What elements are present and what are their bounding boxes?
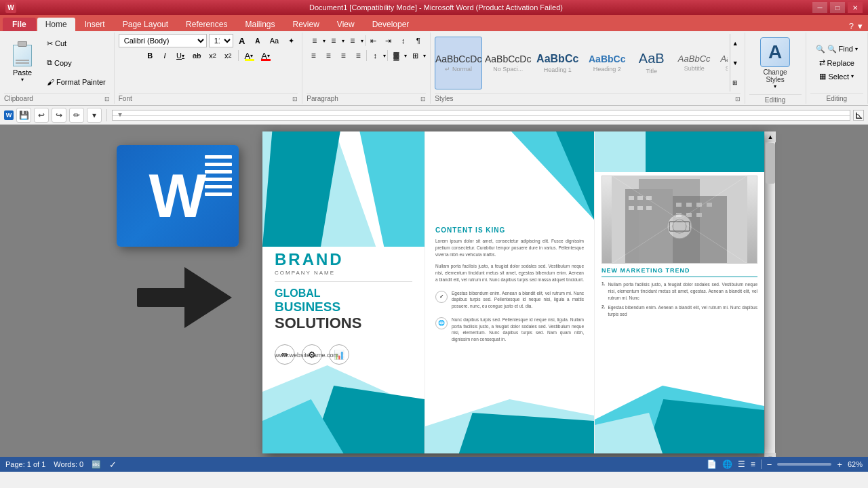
font-size-select[interactable]: 11 <box>209 34 233 47</box>
redo-quick-button[interactable]: ↪ <box>52 108 66 123</box>
underline-button[interactable]: U▾ <box>173 49 188 62</box>
show-formatting-button[interactable]: ¶ <box>412 34 425 47</box>
copy-button[interactable]: ⧉ Copy <box>44 58 108 68</box>
line-spacing-dropdown[interactable]: ▾ <box>383 53 386 59</box>
style-no-spacing[interactable]: AaBbCcDc No Spaci... <box>484 37 532 89</box>
tab-page-layout[interactable]: Page Layout <box>115 18 176 31</box>
multilevel-dropdown[interactable]: ▾ <box>361 38 363 44</box>
change-styles-button[interactable]: A ChangeStyles ▾ <box>757 34 793 93</box>
font-color-button[interactable]: A ▾ <box>258 49 273 62</box>
view-web-icon[interactable]: 🌐 <box>722 460 732 469</box>
style-subtle-em[interactable]: AaBbCcDc Subtle Em... <box>718 37 728 89</box>
tab-review[interactable]: Review <box>284 18 327 31</box>
find-button[interactable]: 🔍 🔍 Find ▾ <box>813 43 861 55</box>
undo-quick-button[interactable]: ↩ <box>34 108 49 123</box>
decrease-indent-button[interactable]: ⇤ <box>367 34 380 47</box>
save-quick-button[interactable]: 💾 <box>16 108 31 123</box>
italic-button[interactable]: I <box>158 49 172 62</box>
font-grow-button[interactable]: A <box>235 34 249 47</box>
ruler-corner[interactable]: ⊾ <box>853 110 864 121</box>
clipboard-dialog-launcher[interactable]: ⊡ <box>104 96 110 102</box>
tab-developer[interactable]: Developer <box>364 18 418 31</box>
change-case-button[interactable]: Aa <box>267 34 282 47</box>
word-W-logo: W <box>149 161 207 231</box>
maximize-button[interactable]: □ <box>830 2 845 13</box>
svg-rect-4 <box>629 196 634 200</box>
shading-dropdown[interactable]: ▾ <box>404 53 407 59</box>
view-draft-icon[interactable]: ≡ <box>751 460 755 469</box>
borders-button[interactable]: ⊞ <box>408 49 422 62</box>
clear-formatting-button[interactable]: ✦ <box>284 34 298 47</box>
underline-dropdown[interactable]: ▾ <box>182 53 184 59</box>
subscript-button[interactable]: x2 <box>205 49 220 62</box>
paste-dropdown-icon[interactable]: ▾ <box>21 77 24 83</box>
format-painter-button[interactable]: 🖌 Format Painter <box>44 77 108 87</box>
numbering-button[interactable]: ≡ <box>327 34 340 47</box>
style-subtle-em-preview: AaBbCcDc <box>720 54 727 64</box>
bullets-dropdown[interactable]: ▾ <box>323 38 326 44</box>
scrollbar-down-icon[interactable]: ▼ <box>765 453 776 457</box>
style-heading1[interactable]: AaBbCc Heading 1 <box>534 37 581 89</box>
align-center-button[interactable]: ≡ <box>321 49 335 62</box>
zoom-level[interactable]: 62% <box>848 460 863 468</box>
numbering-dropdown[interactable]: ▾ <box>342 38 344 44</box>
font-dialog-launcher[interactable]: ⊡ <box>292 96 298 102</box>
sort-button[interactable]: ↕ <box>397 34 410 47</box>
minimize-ribbon-icon[interactable]: ▾ <box>858 21 863 31</box>
draw-quick-button[interactable]: ✏ <box>69 108 84 123</box>
highlight-dropdown-icon[interactable]: ▾ <box>250 53 253 59</box>
font-shrink-button[interactable]: A <box>251 34 264 47</box>
tab-insert[interactable]: Insert <box>77 18 113 31</box>
text-highlight-button[interactable]: A ▾ <box>241 49 257 62</box>
toolbar-dropdown-button[interactable]: ▾ <box>87 108 102 123</box>
font-color-dropdown-icon[interactable]: ▾ <box>267 53 270 59</box>
close-button[interactable]: ✕ <box>848 2 863 13</box>
styles-dialog-launcher[interactable]: ⊡ <box>735 96 741 102</box>
bold-button[interactable]: B <box>143 49 157 62</box>
tab-file[interactable]: File <box>3 18 36 31</box>
zoom-slider[interactable] <box>777 463 831 466</box>
style-heading2[interactable]: AaBbCc Heading 2 <box>583 37 631 89</box>
bullets-button[interactable]: ≡ <box>308 34 321 47</box>
replace-button[interactable]: ⇄ Replace <box>816 57 857 68</box>
styles-scroll-up-icon[interactable]: ▲ <box>732 40 738 47</box>
styles-more-icon[interactable]: ⊞ <box>732 79 738 86</box>
content-item1: ✓ Egestas bibendum enim. Aenean a blandi… <box>435 290 584 310</box>
minimize-button[interactable]: ─ <box>812 2 827 13</box>
tab-view[interactable]: View <box>329 18 363 31</box>
superscript-button[interactable]: x2 <box>221 49 235 62</box>
shading-button[interactable]: ▓ <box>389 49 403 62</box>
tab-home[interactable]: Home <box>37 18 75 31</box>
multilevel-button[interactable]: ≡ <box>346 34 359 47</box>
zoom-out-icon[interactable]: − <box>767 460 772 470</box>
align-right-button[interactable]: ≡ <box>336 49 350 62</box>
paste-button[interactable]: Paste ▾ <box>4 34 41 92</box>
font-family-select[interactable]: Calibri (Body) <box>119 34 207 47</box>
increase-indent-button[interactable]: ⇥ <box>382 34 395 47</box>
change-styles-dropdown[interactable]: ▾ <box>774 83 776 89</box>
style-title[interactable]: AaB Title <box>633 37 670 89</box>
paragraph-dialog-launcher[interactable]: ⊡ <box>420 96 426 102</box>
line-spacing-button[interactable]: ↕ <box>368 49 382 62</box>
tab-mailings[interactable]: Mailings <box>237 18 283 31</box>
borders-dropdown[interactable]: ▾ <box>423 53 426 59</box>
style-subtitle[interactable]: AaBbCc Subtitle <box>672 37 716 89</box>
style-title-preview: AaB <box>639 51 665 66</box>
scrollbar-thumb[interactable] <box>766 143 775 184</box>
tab-references[interactable]: References <box>178 18 235 31</box>
view-outline-icon[interactable]: ☰ <box>738 460 745 469</box>
select-button[interactable]: ▦ Select ▾ <box>816 70 856 82</box>
styles-scroll-down-icon[interactable]: ▼ <box>732 60 738 66</box>
cut-button[interactable]: ✂ Cut <box>44 39 108 49</box>
help-icon[interactable]: ? <box>849 21 854 31</box>
zoom-in-icon[interactable]: + <box>837 460 842 470</box>
find-dropdown[interactable]: ▾ <box>855 46 858 52</box>
styles-scroll-buttons[interactable]: ▲ ▼ ⊞ <box>730 34 741 92</box>
strikethrough-button[interactable]: ab <box>189 49 204 62</box>
align-left-button[interactable]: ≡ <box>307 49 320 62</box>
justify-button[interactable]: ≡ <box>351 49 365 62</box>
style-normal[interactable]: AaBbCcDc ↵ Normal <box>435 37 482 89</box>
select-dropdown[interactable]: ▾ <box>851 73 854 79</box>
scrollbar-up-icon[interactable]: ▲ <box>765 131 776 142</box>
view-print-icon[interactable]: 📄 <box>707 460 717 469</box>
